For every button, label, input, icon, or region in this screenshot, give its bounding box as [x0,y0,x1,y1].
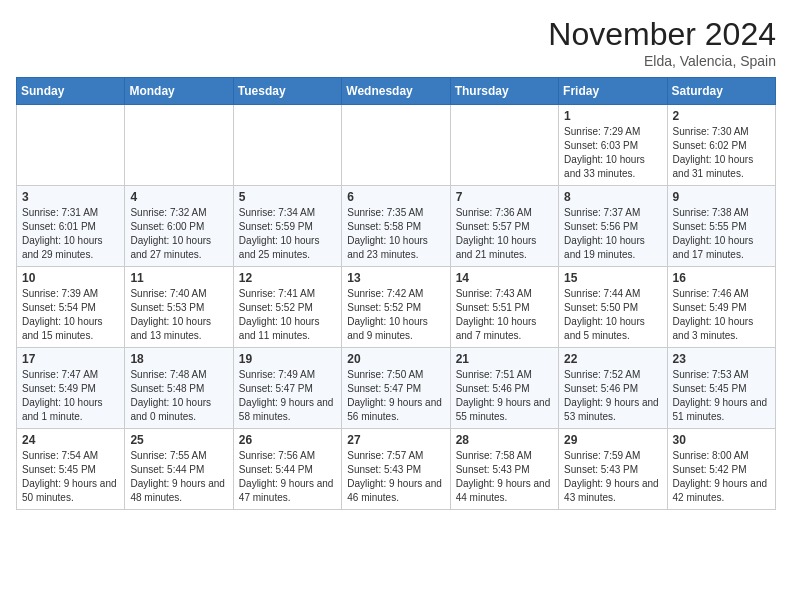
day-number: 23 [673,352,770,366]
calendar-cell: 21Sunrise: 7:51 AMSunset: 5:46 PMDayligh… [450,348,558,429]
calendar-cell: 1Sunrise: 7:29 AMSunset: 6:03 PMDaylight… [559,105,667,186]
day-number: 19 [239,352,336,366]
calendar-cell: 20Sunrise: 7:50 AMSunset: 5:47 PMDayligh… [342,348,450,429]
day-info: Sunrise: 7:30 AMSunset: 6:02 PMDaylight:… [673,125,770,181]
calendar-cell: 26Sunrise: 7:56 AMSunset: 5:44 PMDayligh… [233,429,341,510]
calendar-cell: 25Sunrise: 7:55 AMSunset: 5:44 PMDayligh… [125,429,233,510]
calendar-week-3: 10Sunrise: 7:39 AMSunset: 5:54 PMDayligh… [17,267,776,348]
calendar-week-4: 17Sunrise: 7:47 AMSunset: 5:49 PMDayligh… [17,348,776,429]
calendar-cell: 3Sunrise: 7:31 AMSunset: 6:01 PMDaylight… [17,186,125,267]
day-info: Sunrise: 7:32 AMSunset: 6:00 PMDaylight:… [130,206,227,262]
day-number: 29 [564,433,661,447]
day-number: 1 [564,109,661,123]
day-info: Sunrise: 7:37 AMSunset: 5:56 PMDaylight:… [564,206,661,262]
day-number: 18 [130,352,227,366]
weekday-header-thursday: Thursday [450,78,558,105]
day-info: Sunrise: 7:55 AMSunset: 5:44 PMDaylight:… [130,449,227,505]
weekday-header-saturday: Saturday [667,78,775,105]
calendar-week-2: 3Sunrise: 7:31 AMSunset: 6:01 PMDaylight… [17,186,776,267]
day-number: 26 [239,433,336,447]
calendar-cell: 23Sunrise: 7:53 AMSunset: 5:45 PMDayligh… [667,348,775,429]
day-info: Sunrise: 7:31 AMSunset: 6:01 PMDaylight:… [22,206,119,262]
day-number: 4 [130,190,227,204]
day-info: Sunrise: 7:56 AMSunset: 5:44 PMDaylight:… [239,449,336,505]
day-number: 28 [456,433,553,447]
day-number: 11 [130,271,227,285]
day-number: 24 [22,433,119,447]
weekday-header-tuesday: Tuesday [233,78,341,105]
day-info: Sunrise: 7:40 AMSunset: 5:53 PMDaylight:… [130,287,227,343]
day-number: 12 [239,271,336,285]
weekday-header-friday: Friday [559,78,667,105]
calendar-cell: 12Sunrise: 7:41 AMSunset: 5:52 PMDayligh… [233,267,341,348]
day-info: Sunrise: 7:38 AMSunset: 5:55 PMDaylight:… [673,206,770,262]
day-info: Sunrise: 7:46 AMSunset: 5:49 PMDaylight:… [673,287,770,343]
day-number: 22 [564,352,661,366]
calendar-cell: 2Sunrise: 7:30 AMSunset: 6:02 PMDaylight… [667,105,775,186]
calendar-cell: 15Sunrise: 7:44 AMSunset: 5:50 PMDayligh… [559,267,667,348]
day-number: 10 [22,271,119,285]
day-info: Sunrise: 7:39 AMSunset: 5:54 PMDaylight:… [22,287,119,343]
day-info: Sunrise: 7:41 AMSunset: 5:52 PMDaylight:… [239,287,336,343]
day-number: 3 [22,190,119,204]
calendar-cell [125,105,233,186]
calendar-cell [450,105,558,186]
calendar-cell: 5Sunrise: 7:34 AMSunset: 5:59 PMDaylight… [233,186,341,267]
calendar-cell: 24Sunrise: 7:54 AMSunset: 5:45 PMDayligh… [17,429,125,510]
location: Elda, Valencia, Spain [548,53,776,69]
weekday-header-sunday: Sunday [17,78,125,105]
calendar-cell: 11Sunrise: 7:40 AMSunset: 5:53 PMDayligh… [125,267,233,348]
calendar-cell: 22Sunrise: 7:52 AMSunset: 5:46 PMDayligh… [559,348,667,429]
calendar-cell: 7Sunrise: 7:36 AMSunset: 5:57 PMDaylight… [450,186,558,267]
calendar-cell: 14Sunrise: 7:43 AMSunset: 5:51 PMDayligh… [450,267,558,348]
day-number: 30 [673,433,770,447]
day-number: 9 [673,190,770,204]
page-header: General Blue November 2024 Elda, Valenci… [16,16,776,69]
calendar-cell: 10Sunrise: 7:39 AMSunset: 5:54 PMDayligh… [17,267,125,348]
day-info: Sunrise: 7:52 AMSunset: 5:46 PMDaylight:… [564,368,661,424]
day-number: 25 [130,433,227,447]
day-info: Sunrise: 7:50 AMSunset: 5:47 PMDaylight:… [347,368,444,424]
calendar-cell: 17Sunrise: 7:47 AMSunset: 5:49 PMDayligh… [17,348,125,429]
day-info: Sunrise: 7:51 AMSunset: 5:46 PMDaylight:… [456,368,553,424]
calendar-cell: 13Sunrise: 7:42 AMSunset: 5:52 PMDayligh… [342,267,450,348]
day-number: 21 [456,352,553,366]
day-info: Sunrise: 7:48 AMSunset: 5:48 PMDaylight:… [130,368,227,424]
calendar-cell: 30Sunrise: 8:00 AMSunset: 5:42 PMDayligh… [667,429,775,510]
day-number: 14 [456,271,553,285]
day-info: Sunrise: 7:58 AMSunset: 5:43 PMDaylight:… [456,449,553,505]
day-number: 7 [456,190,553,204]
calendar-week-1: 1Sunrise: 7:29 AMSunset: 6:03 PMDaylight… [17,105,776,186]
calendar-cell: 9Sunrise: 7:38 AMSunset: 5:55 PMDaylight… [667,186,775,267]
calendar-cell: 27Sunrise: 7:57 AMSunset: 5:43 PMDayligh… [342,429,450,510]
day-info: Sunrise: 8:00 AMSunset: 5:42 PMDaylight:… [673,449,770,505]
day-info: Sunrise: 7:54 AMSunset: 5:45 PMDaylight:… [22,449,119,505]
month-title: November 2024 [548,16,776,53]
day-number: 27 [347,433,444,447]
day-info: Sunrise: 7:42 AMSunset: 5:52 PMDaylight:… [347,287,444,343]
day-number: 6 [347,190,444,204]
day-number: 2 [673,109,770,123]
weekday-header-row: SundayMondayTuesdayWednesdayThursdayFrid… [17,78,776,105]
calendar-table: SundayMondayTuesdayWednesdayThursdayFrid… [16,77,776,510]
title-section: November 2024 Elda, Valencia, Spain [548,16,776,69]
calendar-cell: 18Sunrise: 7:48 AMSunset: 5:48 PMDayligh… [125,348,233,429]
day-number: 5 [239,190,336,204]
weekday-header-wednesday: Wednesday [342,78,450,105]
day-info: Sunrise: 7:43 AMSunset: 5:51 PMDaylight:… [456,287,553,343]
day-info: Sunrise: 7:29 AMSunset: 6:03 PMDaylight:… [564,125,661,181]
day-info: Sunrise: 7:36 AMSunset: 5:57 PMDaylight:… [456,206,553,262]
calendar-week-5: 24Sunrise: 7:54 AMSunset: 5:45 PMDayligh… [17,429,776,510]
day-number: 20 [347,352,444,366]
calendar-cell: 29Sunrise: 7:59 AMSunset: 5:43 PMDayligh… [559,429,667,510]
calendar-cell: 8Sunrise: 7:37 AMSunset: 5:56 PMDaylight… [559,186,667,267]
day-number: 17 [22,352,119,366]
day-number: 8 [564,190,661,204]
day-number: 15 [564,271,661,285]
weekday-header-monday: Monday [125,78,233,105]
day-info: Sunrise: 7:53 AMSunset: 5:45 PMDaylight:… [673,368,770,424]
day-info: Sunrise: 7:49 AMSunset: 5:47 PMDaylight:… [239,368,336,424]
day-info: Sunrise: 7:34 AMSunset: 5:59 PMDaylight:… [239,206,336,262]
calendar-cell: 16Sunrise: 7:46 AMSunset: 5:49 PMDayligh… [667,267,775,348]
calendar-cell: 4Sunrise: 7:32 AMSunset: 6:00 PMDaylight… [125,186,233,267]
